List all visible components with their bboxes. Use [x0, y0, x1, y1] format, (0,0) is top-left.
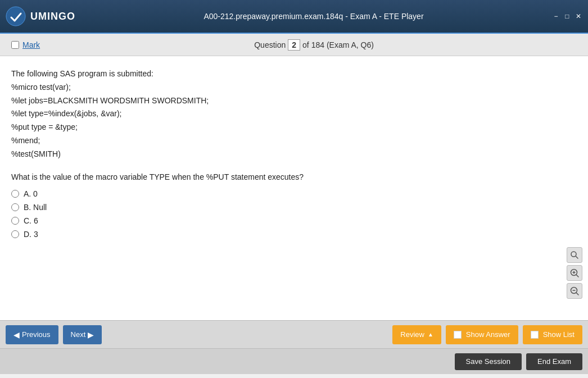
- option-a[interactable]: A. 0: [11, 189, 577, 198]
- option-d-label: D. 3: [24, 230, 38, 239]
- restore-button[interactable]: □: [563, 12, 571, 20]
- next-label: Next: [71, 330, 86, 339]
- zoom-in-icon: [569, 268, 580, 278]
- svg-line-6: [577, 275, 579, 277]
- show-list-button[interactable]: Show List: [523, 325, 582, 344]
- question-label: Question: [254, 40, 286, 49]
- option-b-label: B. Null: [24, 203, 47, 212]
- option-c-label: C. 6: [24, 216, 38, 225]
- logo-icon: [6, 6, 26, 26]
- search-tool-button[interactable]: [567, 247, 582, 263]
- prev-arrow-icon: ◀: [13, 330, 20, 339]
- mark-container: Mark: [11, 40, 40, 49]
- svg-point-1: [571, 252, 576, 257]
- title-bar-left: UMINGO: [6, 6, 75, 26]
- show-answer-checkbox-icon: [454, 331, 462, 339]
- close-button[interactable]: ✕: [575, 12, 582, 20]
- radio-b[interactable]: [11, 203, 19, 211]
- previous-button[interactable]: ◀ Previous: [6, 325, 58, 344]
- main-content: The following SAS program is submitted: …: [0, 56, 588, 320]
- title-bar: UMINGO A00-212.prepaway.premium.exam.184…: [0, 0, 588, 34]
- footer-bar: Save Session End Exam: [0, 348, 588, 374]
- search-icon: [570, 251, 579, 259]
- title-bar-controls: − □ ✕: [552, 12, 582, 20]
- option-d[interactable]: D. 3: [11, 230, 577, 239]
- option-c[interactable]: C. 6: [11, 216, 577, 225]
- show-answer-button[interactable]: Show Answer: [446, 325, 518, 344]
- question-label: What is the value of the macro variable …: [11, 172, 577, 181]
- mark-checkbox[interactable]: [11, 41, 19, 49]
- question-number-box: 2: [288, 39, 300, 51]
- question-info: Question 2 of 184 (Exam A, Q6): [254, 39, 374, 51]
- review-label: Review: [400, 330, 424, 339]
- option-a-label: A. 0: [24, 189, 38, 198]
- end-exam-button[interactable]: End Exam: [526, 353, 582, 370]
- question-count: of 184 (Exam A, Q6): [302, 40, 374, 49]
- review-button[interactable]: Review ▲: [392, 325, 441, 344]
- bottom-bar: ◀ Previous Next ▶ Review ▲ Show Answer S…: [0, 320, 588, 348]
- minimize-button[interactable]: −: [552, 12, 560, 20]
- show-list-label: Show List: [543, 330, 575, 339]
- previous-label: Previous: [22, 330, 51, 339]
- top-bar: Mark Question 2 of 184 (Exam A, Q6): [0, 34, 588, 56]
- radio-a[interactable]: [11, 190, 19, 198]
- next-arrow-icon: ▶: [88, 330, 94, 339]
- show-list-checkbox-icon: [531, 331, 539, 339]
- svg-line-2: [576, 257, 578, 259]
- options-list: A. 0 B. Null C. 6 D. 3: [11, 189, 577, 239]
- zoom-in-button[interactable]: [567, 265, 582, 281]
- mark-link[interactable]: Mark: [22, 40, 40, 49]
- question-body: The following SAS program is submitted: …: [11, 67, 577, 161]
- next-button[interactable]: Next ▶: [63, 325, 102, 344]
- title-bar-title: A00-212.prepaway.premium.exam.184q - Exa…: [203, 12, 423, 21]
- logo-text: UMINGO: [30, 11, 75, 22]
- show-answer-label: Show Answer: [466, 330, 510, 339]
- radio-d[interactable]: [11, 230, 19, 238]
- review-dropdown-icon: ▲: [428, 331, 433, 338]
- svg-point-0: [6, 7, 25, 26]
- zoom-out-button[interactable]: [567, 283, 582, 299]
- save-session-button[interactable]: Save Session: [455, 353, 522, 370]
- side-tools: [567, 247, 582, 299]
- zoom-out-icon: [569, 286, 580, 296]
- option-b[interactable]: B. Null: [11, 203, 577, 212]
- svg-line-9: [577, 293, 579, 295]
- radio-c[interactable]: [11, 217, 19, 225]
